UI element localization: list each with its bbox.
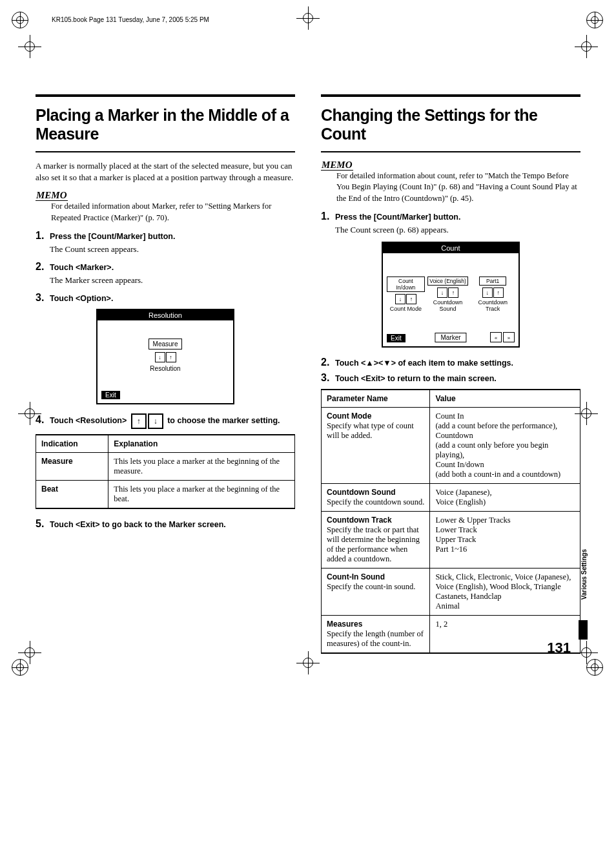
param-desc: Specify the countdown sound. bbox=[327, 497, 424, 506]
table-cell: Countdown Sound Specify the countdown so… bbox=[322, 484, 430, 512]
step-number: 3. bbox=[36, 292, 50, 304]
table-cell: Count In (add a count before the perform… bbox=[430, 408, 580, 484]
memo-block: MEMO For detailed information about Mark… bbox=[36, 191, 295, 224]
crop-mark-icon bbox=[17, 34, 43, 59]
screen-exit-button: Exit bbox=[101, 391, 120, 399]
next-page-icon: » bbox=[503, 332, 515, 342]
up-arrow-icon: ↑ bbox=[448, 287, 458, 298]
count-label: Countdown Track bbox=[471, 299, 515, 312]
step-number: 2. bbox=[321, 357, 335, 368]
count-box: Part1 bbox=[479, 276, 506, 286]
down-arrow-icon: ↓ bbox=[437, 287, 447, 298]
registration-mark-icon bbox=[12, 12, 30, 30]
step-result: The Marker screen appears. bbox=[50, 275, 295, 286]
crop-mark-icon bbox=[573, 640, 599, 665]
screen-nav-buttons: « » bbox=[490, 332, 515, 342]
step-instruction: Press the [Count/Marker] button. bbox=[50, 232, 295, 241]
param-desc: Specify the track or part that will dete… bbox=[327, 525, 420, 563]
count-mode-column: Count In/down ↓↑ Count Mode bbox=[387, 276, 425, 328]
parameter-table: Parameter Name Value Count Mode Specify … bbox=[321, 389, 580, 654]
step-result: The Count screen (p. 68) appears. bbox=[335, 225, 580, 235]
prev-page-icon: « bbox=[490, 332, 502, 342]
table-cell: Measure bbox=[36, 453, 108, 481]
step-number: 3. bbox=[321, 372, 335, 384]
intro-text: A marker is normally placed at the start… bbox=[36, 160, 295, 185]
table-cell: Beat bbox=[36, 481, 108, 509]
table-header: Value bbox=[430, 390, 580, 408]
right-column: Changing the Settings for the Count MEMO… bbox=[321, 94, 580, 663]
step-5: 5. Touch <Exit> to go back to the Marker… bbox=[36, 518, 295, 530]
step-4: 4. Touch <Resolution> ↑ ↓ to choose the … bbox=[36, 413, 295, 429]
table-cell: This lets you place a marker at the begi… bbox=[108, 453, 295, 481]
param-name: Measures bbox=[327, 620, 362, 629]
crop-mark-icon bbox=[573, 34, 599, 59]
countdown-sound-column: Voice (English) ↓↑ Countdown Sound bbox=[425, 276, 471, 328]
section-title-right: Changing the Settings for the Count bbox=[321, 106, 580, 143]
section-title-left: Placing a Marker in the Middle of a Meas… bbox=[36, 106, 295, 143]
table-cell: Voice (Japanese), Voice (English) bbox=[430, 484, 580, 512]
param-desc: Specify what type of count will be added… bbox=[327, 421, 414, 440]
step4-text-b: to choose the marker setting. bbox=[167, 416, 280, 425]
table-cell: Stick, Click, Electronic, Voice (Japanes… bbox=[430, 569, 580, 616]
up-arrow-icon: ↑ bbox=[166, 352, 176, 362]
down-arrow-icon: ↓ bbox=[395, 294, 406, 304]
rule bbox=[36, 147, 295, 152]
screen-title: Count bbox=[383, 243, 518, 253]
step-instruction: Touch <Marker>. bbox=[50, 263, 295, 272]
table-cell: Count-In Sound Specify the count-in soun… bbox=[322, 569, 430, 616]
memo-icon: MEMO bbox=[321, 160, 353, 171]
table-header: Explanation bbox=[108, 435, 295, 453]
step-result: The Count screen appears. bbox=[50, 244, 295, 255]
screen-title: Resolution bbox=[98, 310, 233, 320]
up-arrow-icon: ↑ bbox=[493, 287, 504, 298]
page-number: 131 bbox=[547, 640, 571, 656]
step-instruction: Press the [Count/Marker] button. bbox=[335, 213, 580, 222]
step-1: 1. Press the [Count/Marker] button. bbox=[36, 230, 295, 242]
step-3: 3. Touch <Exit> to return to the main sc… bbox=[321, 372, 580, 384]
page: KR105.book Page 131 Tuesday, June 7, 200… bbox=[0, 0, 616, 689]
table-cell: Measures Specify the length (number of m… bbox=[322, 616, 430, 654]
table-cell: Count Mode Specify what type of count wi… bbox=[322, 408, 430, 484]
table-cell: This lets you place a marker at the begi… bbox=[108, 481, 295, 509]
indication-table: Indication Explanation Measure This lets… bbox=[36, 434, 295, 509]
step-2: 2. Touch <Marker>. bbox=[36, 261, 295, 273]
memo-block: MEMO For detailed information about coun… bbox=[321, 160, 580, 205]
screen-exit-button: Exit bbox=[387, 334, 406, 342]
step-number: 1. bbox=[321, 211, 335, 222]
screen-marker-button: Marker bbox=[435, 333, 466, 342]
table-cell: Countdown Track Specify the track or par… bbox=[322, 512, 430, 569]
step-number: 5. bbox=[36, 518, 50, 530]
param-name: Countdown Track bbox=[327, 516, 392, 525]
count-label: Countdown Sound bbox=[425, 299, 471, 312]
rule bbox=[321, 147, 580, 152]
resolution-screen: Resolution Measure ↓ ↑ Resolution Exit bbox=[96, 309, 234, 404]
screen-arrow-buttons: ↓ ↑ bbox=[155, 352, 176, 362]
up-arrow-icon: ↑ bbox=[131, 413, 147, 429]
memo-text: For detailed information about count, re… bbox=[336, 171, 580, 205]
crop-mark-icon bbox=[573, 401, 599, 426]
param-desc: Specify the count-in sound. bbox=[327, 582, 415, 591]
param-name: Countdown Sound bbox=[327, 488, 396, 497]
step-instruction: Touch <Option>. bbox=[50, 294, 295, 303]
down-arrow-icon: ↓ bbox=[148, 413, 163, 429]
crop-mark-icon bbox=[17, 401, 43, 426]
step-instruction: Touch <Exit> to go back to the Marker sc… bbox=[50, 520, 295, 529]
step4-text-a: Touch <Resolution> bbox=[50, 416, 127, 425]
side-tab-marker bbox=[579, 620, 588, 640]
step-1: 1. Press the [Count/Marker] button. bbox=[321, 211, 580, 222]
count-box: Count In/down bbox=[387, 276, 425, 292]
crop-mark-icon bbox=[295, 5, 321, 31]
param-name: Count Mode bbox=[327, 412, 371, 421]
param-name: Count-In Sound bbox=[327, 572, 385, 581]
screen-label: Resolution bbox=[104, 365, 227, 372]
table-header: Indication bbox=[36, 435, 108, 453]
content-columns: Placing a Marker in the Middle of a Meas… bbox=[36, 94, 580, 663]
count-screen: Count Count In/down ↓↑ Count Mode Voice … bbox=[382, 242, 520, 348]
table-header: Parameter Name bbox=[322, 390, 430, 408]
down-arrow-icon: ↓ bbox=[482, 287, 493, 298]
down-arrow-icon: ↓ bbox=[155, 352, 165, 362]
countdown-track-column: Part1 ↓↑ Countdown Track bbox=[471, 276, 515, 328]
screen-value-box: Measure bbox=[149, 339, 183, 349]
step-instruction: Touch <▲><▼> of each item to make settin… bbox=[335, 359, 580, 368]
crop-mark-icon bbox=[17, 640, 43, 665]
